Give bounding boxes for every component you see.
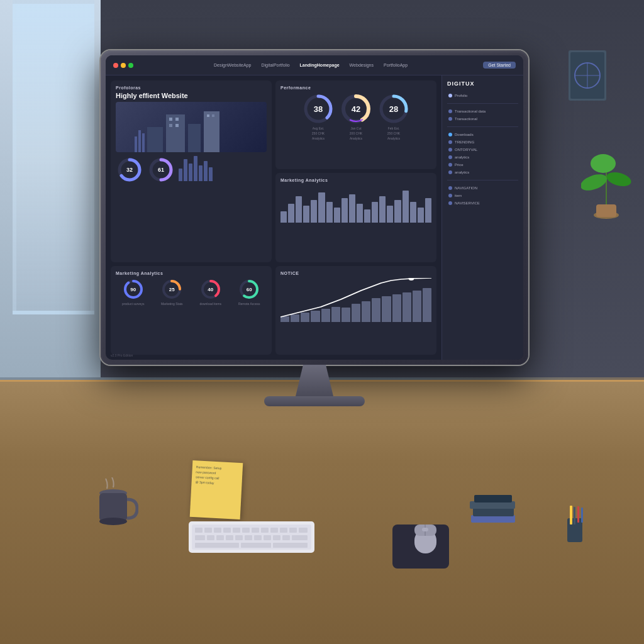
monitor-screen: DesignWebsiteApp DigitalPortfolio Landin… [106, 55, 523, 360]
svg-rect-91 [570, 506, 572, 525]
nav-item-2[interactable]: DigitalPortfolio [261, 63, 289, 67]
svg-rect-22 [169, 118, 172, 121]
svg-rect-23 [175, 118, 179, 121]
sidebar-div-2 [447, 126, 518, 127]
close-dot[interactable] [113, 63, 118, 68]
sticky-note: Remember: Setup new password server conf… [190, 460, 243, 519]
mkt-value-4: 60 [247, 286, 252, 292]
svg-rect-81 [273, 543, 308, 548]
svg-rect-13 [596, 204, 616, 217]
mbar-16 [394, 200, 401, 223]
main-content: Profoloras Highly effient Website [106, 75, 441, 360]
content-area: Profoloras Highly effient Website [106, 75, 523, 360]
mbar-20 [425, 198, 431, 223]
nav-item-1[interactable]: DesignWebsiteApp [214, 63, 251, 67]
sidebar-dot-7 [448, 155, 452, 159]
marketing-analytics-circles-card: Marketing Analytics 90 [111, 266, 272, 355]
svg-rect-26 [207, 114, 209, 117]
mbar-14 [379, 196, 386, 223]
donut-metric-2: 61 [147, 156, 175, 184]
sidebar-label-1: Profolio [455, 94, 467, 97]
perf-sub-2b: 200 CHK [350, 131, 362, 135]
marketing-circles: 90 product surveys [116, 278, 267, 306]
sidebar-item-9[interactable]: analytics [447, 169, 518, 176]
bar-5 [199, 165, 203, 181]
sidebar-item-12[interactable]: NAVISERVICE [447, 199, 518, 207]
performance-title: Performance [280, 86, 431, 90]
books-stack [468, 490, 518, 528]
perf-sub-2c: Analytics [350, 136, 362, 140]
svg-point-53 [99, 518, 127, 525]
hero-card: Profoloras Highly effient Website [111, 80, 272, 262]
perf-donut-3: 28 [377, 92, 410, 125]
sidebar: DIGITUX Profolio Transactional data [441, 75, 523, 360]
sidebar-dot-3 [448, 117, 452, 121]
svg-rect-69 [207, 535, 214, 540]
sidebar-item-7[interactable]: analytics [447, 153, 518, 161]
mkt-circle-2: 25 [160, 278, 183, 301]
cta-button[interactable]: Get Started [483, 62, 516, 69]
svg-rect-28 [135, 136, 137, 152]
svg-rect-62 [252, 528, 259, 533]
window-frame [13, 0, 94, 314]
svg-rect-93 [577, 506, 579, 523]
nav-item-4[interactable]: Webdesigns [350, 63, 374, 67]
sidebar-label-3: Transactional [455, 117, 477, 121]
bar-7 [209, 167, 213, 181]
svg-rect-78 [292, 535, 308, 540]
sidebar-item-6[interactable]: ONTORYVAL [447, 146, 518, 153]
mkt-sublabel-4: Remote Access [238, 302, 260, 306]
sidebar-item-4[interactable]: Downloads [447, 131, 518, 138]
sidebar-dot-12 [448, 201, 452, 205]
mkt-sublabel-2: Marketing Stats [161, 302, 183, 306]
sidebar-div-1 [447, 103, 518, 104]
mbar-18 [410, 202, 416, 223]
sidebar-label-4: Downloads [455, 133, 474, 136]
svg-rect-59 [223, 528, 231, 533]
mbar-15 [387, 206, 393, 223]
nav-item-3[interactable]: LandingHomepage [300, 63, 340, 67]
nav-items: DesignWebsiteApp DigitalPortfolio Landin… [143, 63, 478, 67]
sidebar-dot-11 [448, 194, 452, 197]
sidebar-item-5[interactable]: TRENDING [447, 138, 518, 146]
svg-rect-66 [289, 528, 297, 533]
svg-rect-70 [216, 535, 224, 540]
mbar-7 [326, 202, 333, 223]
marketing-circles-title: Marketing Analytics [116, 271, 267, 275]
mbar-8 [334, 208, 340, 223]
sidebar-item-8[interactable]: Price [447, 161, 518, 169]
sidebar-item-11[interactable]: item [447, 192, 518, 199]
svg-rect-52 [99, 493, 127, 521]
nav-bar: DesignWebsiteApp DigitalPortfolio Landin… [106, 55, 523, 75]
maximize-dot[interactable] [128, 63, 133, 68]
svg-rect-27 [212, 114, 214, 117]
sidebar-item-2[interactable]: Transactional data [447, 108, 518, 115]
sidebar-item-10[interactable]: NAVIGATION [447, 184, 518, 192]
sidebar-dot-5 [448, 140, 452, 144]
perf-donut-1: 38 [302, 92, 335, 125]
bar-3 [189, 164, 192, 181]
marketing-bar-title: Marketing Analytics [280, 178, 431, 182]
perf-sub-2: Jan Cut [350, 126, 361, 130]
metrics-row: 32 61 [116, 156, 267, 184]
wall-art [569, 50, 606, 101]
sidebar-item-3[interactable]: Transactional [447, 115, 518, 123]
sidebar-label-6: ONTORYVAL [455, 148, 477, 152]
mbar-13 [372, 202, 378, 223]
perf-sub-3c: Analytics [387, 136, 400, 140]
perf-metric-1: 38 Avg Est. 250 CHK Analytics [302, 92, 335, 140]
sidebar-item-1[interactable]: Profolio [447, 92, 518, 99]
svg-rect-21 [147, 127, 163, 152]
mkt-circle-1: 90 [122, 278, 145, 301]
monitor: DesignWebsiteApp DigitalPortfolio Landin… [101, 50, 528, 415]
svg-rect-68 [195, 535, 205, 540]
line-chart-area [280, 278, 431, 322]
mkt-value-1: 90 [130, 286, 136, 292]
minimize-dot[interactable] [121, 63, 126, 68]
svg-point-16 [605, 170, 631, 189]
svg-rect-67 [299, 528, 308, 533]
sidebar-label-5: TRENDING [455, 140, 474, 144]
nav-item-5[interactable]: PortfolioApp [384, 63, 408, 67]
svg-rect-73 [245, 535, 252, 540]
mbar-1 [280, 211, 287, 223]
